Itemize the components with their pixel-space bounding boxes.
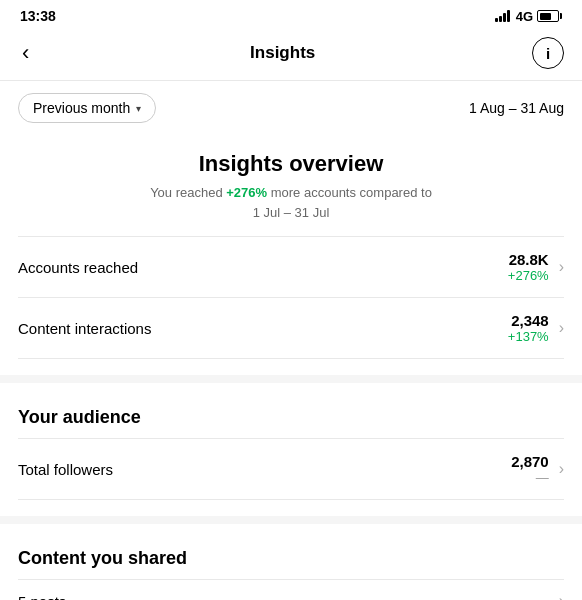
content-interactions-label: Content interactions: [18, 320, 151, 337]
accounts-reached-label: Accounts reached: [18, 259, 138, 276]
total-followers-row[interactable]: Total followers 2,870 — ›: [18, 438, 564, 500]
content-section: Content you shared 5 posts › HOW OFTEN S…: [0, 524, 582, 600]
content-interactions-change: +137%: [508, 329, 549, 344]
chevron-down-icon: ▾: [136, 103, 141, 114]
subtitle-dates: 1 Jul – 31 Jul: [253, 205, 330, 220]
nav-bar: ‹ Insights i: [0, 28, 582, 81]
audience-section: Your audience Total followers 2,870 — ›: [0, 383, 582, 516]
info-button[interactable]: i: [532, 37, 564, 69]
period-filter-button[interactable]: Previous month ▾: [18, 93, 156, 123]
overview-subtitle: You reached +276% more accounts compared…: [18, 183, 564, 236]
status-time: 13:38: [20, 8, 56, 24]
battery-icon: [537, 10, 562, 22]
posts-label: 5 posts: [18, 593, 66, 601]
accounts-reached-change: +276%: [508, 268, 549, 283]
subtitle-highlight: +276%: [226, 185, 267, 200]
signal-icon: [495, 10, 510, 22]
period-label: Previous month: [33, 100, 130, 116]
page-title: Insights: [250, 43, 315, 63]
filter-bar: Previous month ▾ 1 Aug – 31 Aug: [0, 81, 582, 133]
accounts-reached-row[interactable]: Accounts reached 28.8K +276% ›: [18, 236, 564, 297]
status-bar: 13:38 4G: [0, 0, 582, 28]
overview-title: Insights overview: [18, 143, 564, 183]
chevron-right-icon-4: ›: [559, 592, 564, 600]
content-interactions-number: 2,348: [508, 312, 549, 329]
content-section-title: Content you shared: [18, 534, 564, 579]
chevron-right-icon: ›: [559, 258, 564, 276]
chevron-right-icon-3: ›: [559, 460, 564, 478]
content-interactions-value-group: 2,348 +137% ›: [508, 312, 564, 344]
accounts-reached-number: 28.8K: [508, 251, 549, 268]
subtitle-pre: You reached: [150, 185, 226, 200]
subtitle-post: more accounts compared to: [267, 185, 432, 200]
content-interactions-row[interactable]: Content interactions 2,348 +137% ›: [18, 297, 564, 359]
total-followers-number: 2,870: [511, 453, 549, 470]
audience-title: Your audience: [18, 393, 564, 438]
status-icons: 4G: [495, 9, 562, 24]
back-button[interactable]: ‹: [18, 36, 33, 70]
chevron-right-icon-2: ›: [559, 319, 564, 337]
section-divider-2: [0, 516, 582, 524]
overview-section: Insights overview You reached +276% more…: [0, 133, 582, 375]
network-label: 4G: [516, 9, 533, 24]
posts-row[interactable]: 5 posts ›: [18, 579, 564, 600]
date-range-label: 1 Aug – 31 Aug: [469, 100, 564, 116]
total-followers-label: Total followers: [18, 461, 113, 478]
section-divider-1: [0, 375, 582, 383]
total-followers-value-group: 2,870 — ›: [511, 453, 564, 485]
accounts-reached-value-group: 28.8K +276% ›: [508, 251, 564, 283]
followers-change: —: [511, 470, 549, 485]
